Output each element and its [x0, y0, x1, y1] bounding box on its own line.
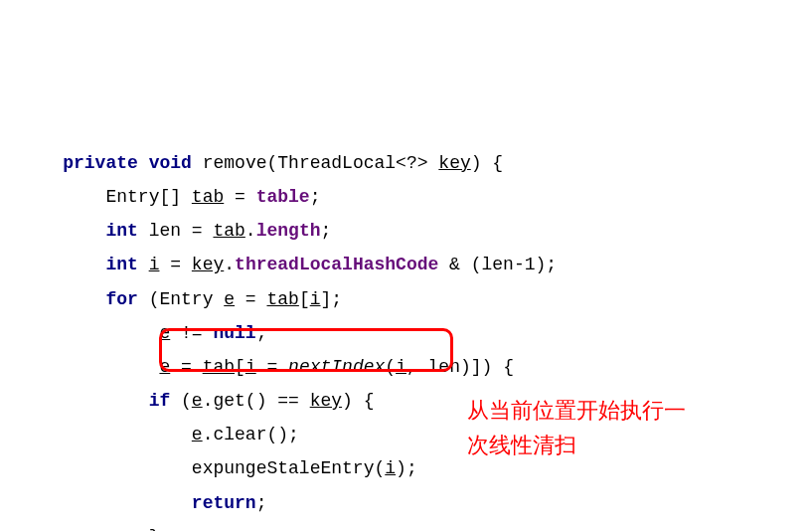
keyword-null: null [213, 323, 255, 343]
var-tab: tab [266, 289, 298, 309]
keyword-for: for [105, 289, 137, 309]
field-table: table [256, 187, 310, 207]
line-5: for (Entry e = tab[i]; [20, 289, 342, 309]
line-10: expungeStaleEntry(i); [20, 458, 417, 478]
var-key: key [192, 255, 224, 274]
var-i: i [385, 458, 396, 478]
fn-nextindex: nextIndex [288, 357, 385, 377]
var-i: i [245, 357, 256, 377]
var-i: i [310, 289, 321, 309]
params-open: (ThreadLocal<?> [267, 153, 439, 173]
keyword-int: int [105, 255, 137, 274]
line-9: e.clear(); [20, 425, 299, 444]
var-e: e [192, 391, 203, 411]
keyword-return: return [192, 493, 256, 513]
var-key: key [310, 391, 342, 411]
var-i: i [396, 357, 406, 377]
var-e: e [159, 357, 170, 377]
annotation-text: 从当前位置开始执行一次线性清扫 [467, 393, 696, 462]
params-close: ) { [471, 153, 503, 173]
line-3: int len = tab.length; [20, 221, 331, 241]
field-threadlocalhashcode: threadLocalHashCode [235, 255, 438, 274]
var-tab: tab [203, 357, 235, 377]
line-7: e = tab[i = nextIndex(i, len)]) { [20, 357, 514, 377]
line-1: private void remove(ThreadLocal<?> key) … [20, 153, 503, 173]
var-e: e [159, 323, 170, 343]
fn-expungestaleentry: expungeStaleEntry( [192, 458, 385, 478]
var-e: e [224, 289, 235, 309]
keyword-int: int [105, 221, 137, 241]
line-2: Entry[] tab = table; [20, 187, 320, 207]
var-tab: tab [192, 187, 224, 207]
var-tab: tab [213, 221, 244, 241]
line-8: if (e.get() == key) { [20, 391, 375, 411]
field-length: length [256, 221, 321, 241]
keyword-if: if [149, 391, 171, 411]
var-e: e [192, 425, 203, 444]
var-i: i [149, 255, 160, 274]
line-6: e != null; [20, 323, 267, 343]
code-block: private void remove(ThreadLocal<?> key) … [20, 146, 792, 531]
method-name: remove [203, 153, 267, 173]
line-4: int i = key.threadLocalHashCode & (len-1… [20, 255, 557, 274]
keyword-void: void [149, 153, 192, 173]
keyword-private: private [63, 153, 138, 173]
param-key: key [438, 153, 470, 173]
line-11: return; [20, 493, 266, 513]
type-entry-array: Entry[] [105, 187, 191, 207]
line-12: } [20, 527, 159, 531]
